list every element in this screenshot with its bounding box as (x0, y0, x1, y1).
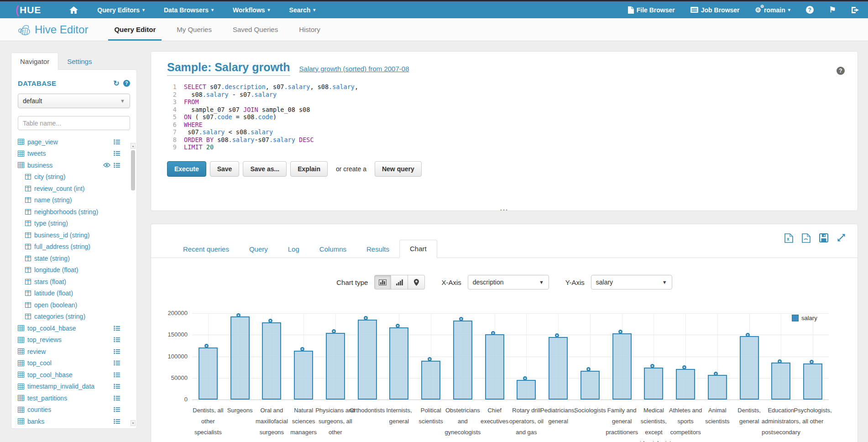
sign-out-button[interactable] (852, 7, 859, 13)
chart-bar[interactable] (771, 363, 790, 400)
column-row[interactable]: city (string) (18, 171, 130, 183)
chart-bar[interactable] (262, 322, 281, 400)
columns-list-icon[interactable] (114, 384, 120, 389)
y-axis-select[interactable]: salary ▼ (591, 275, 672, 289)
file-browser-link[interactable]: File Browser (628, 6, 675, 14)
columns-list-icon[interactable] (114, 326, 120, 331)
table-name[interactable]: top_cool_hbase (27, 371, 73, 379)
tab-my-queries[interactable]: My Queries (166, 18, 222, 41)
database-select[interactable]: default ▼ (18, 94, 130, 108)
columns-list-icon[interactable] (114, 139, 120, 145)
table-name[interactable]: review (27, 348, 46, 355)
chart-bar[interactable] (580, 371, 600, 400)
query-title[interactable]: Sample: Salary growth (167, 61, 290, 76)
column-name[interactable]: latitude (float) (34, 289, 73, 297)
table-row[interactable]: business (18, 159, 130, 171)
chart-bar[interactable] (517, 380, 536, 400)
table-name[interactable]: counties (27, 406, 51, 413)
table-row[interactable]: tweets (18, 148, 130, 160)
column-row[interactable]: neighborhoods (string) (18, 206, 130, 218)
execute-button[interactable]: Execute (167, 161, 206, 177)
column-row[interactable]: type (string) (18, 218, 130, 230)
columns-list-icon[interactable] (114, 360, 120, 366)
columns-list-icon[interactable] (114, 372, 120, 378)
chart-type-bars-button[interactable] (374, 275, 391, 289)
column-name[interactable]: city (string) (34, 173, 65, 180)
column-name[interactable]: business_id (string) (34, 232, 89, 239)
column-row[interactable]: business_id (string) (18, 229, 130, 241)
tab-saved-queries[interactable]: Saved Queries (222, 18, 288, 41)
columns-list-icon[interactable] (114, 407, 120, 412)
table-row[interactable]: test_partitions (18, 392, 130, 404)
feedback-button[interactable]: ⚑ (829, 5, 836, 15)
table-name[interactable]: banks (27, 418, 44, 425)
help-icon[interactable]: ? (837, 67, 845, 75)
chart-bar[interactable] (485, 334, 504, 400)
tab-columns[interactable]: Columns (309, 241, 356, 258)
column-row[interactable]: categories (string) (18, 311, 130, 323)
table-row[interactable]: timestamp_invalid_data (18, 381, 130, 393)
column-name[interactable]: type (string) (34, 220, 68, 227)
chart-bar[interactable] (644, 368, 663, 400)
eye-icon[interactable] (103, 163, 110, 168)
sql-code[interactable]: SELECT s07.description, s07.salary, s08.… (181, 83, 358, 151)
column-row[interactable]: review_count (int) (18, 183, 130, 195)
table-row[interactable]: review (18, 346, 130, 358)
help-button[interactable]: ? (806, 6, 814, 14)
table-name[interactable]: business (27, 162, 52, 169)
table-row[interactable]: banks (18, 416, 130, 427)
columns-list-icon[interactable] (114, 395, 120, 401)
save-button[interactable]: Save (210, 161, 240, 177)
menu-query-editors[interactable]: Query Editors ▾ (97, 6, 145, 14)
column-name[interactable]: name (string) (34, 196, 72, 204)
scroll-up-arrow[interactable]: ▲ (131, 143, 136, 149)
save-results-icon[interactable] (819, 233, 828, 243)
tab-chart[interactable]: Chart (399, 240, 437, 258)
tab-query-editor[interactable]: Query Editor (104, 18, 166, 41)
query-subtitle-link[interactable]: Salary growth (sorted) from 2007-08 (299, 65, 409, 73)
columns-list-icon[interactable] (114, 163, 120, 168)
tab-log[interactable]: Log (278, 241, 309, 258)
export-excel-icon[interactable]: x (784, 233, 793, 243)
sql-editor[interactable]: 123456789 SELECT s07.description, s07.sa… (167, 83, 842, 151)
x-axis-select[interactable]: description ▼ (468, 275, 549, 289)
column-row[interactable]: state (string) (18, 253, 130, 264)
user-menu[interactable]: ⚙⚙ romain ▾ (755, 6, 790, 14)
table-row[interactable]: top_reviews (18, 334, 130, 346)
tab-history[interactable]: History (288, 18, 331, 41)
job-browser-link[interactable]: Job Browser (690, 6, 740, 14)
help-icon[interactable]: ? (123, 80, 130, 87)
home-icon[interactable] (69, 6, 78, 14)
refresh-icon[interactable]: ↻ (113, 79, 120, 88)
tab-query[interactable]: Query (239, 241, 278, 258)
chart-bar[interactable] (676, 369, 695, 400)
column-row[interactable]: stars (float) (18, 276, 130, 288)
column-name[interactable]: neighborhoods (string) (34, 208, 98, 216)
resize-handle[interactable]: ... (500, 206, 509, 210)
table-name[interactable]: timestamp_invalid_data (27, 383, 94, 390)
table-row[interactable]: top_cool (18, 358, 130, 369)
scrollbar-thumb[interactable] (131, 150, 135, 190)
table-row[interactable]: page_view (18, 136, 130, 148)
chart-bar[interactable] (803, 363, 822, 400)
chart-bar[interactable] (549, 337, 568, 400)
column-name[interactable]: longitude (float) (34, 266, 78, 274)
chart-type-map-button[interactable] (408, 275, 425, 289)
columns-list-icon[interactable] (114, 419, 120, 424)
table-row[interactable]: top_cool4_hbase (18, 322, 130, 334)
hive-editor-home[interactable]: Hive Editor (17, 23, 88, 37)
columns-list-icon[interactable] (114, 151, 120, 156)
export-file-icon[interactable] (802, 233, 810, 243)
columns-list-icon[interactable] (114, 337, 120, 342)
chart-bar[interactable] (199, 347, 218, 400)
chart-bar[interactable] (326, 333, 345, 400)
column-row[interactable]: full_address (string) (18, 241, 130, 253)
chart-bar[interactable] (708, 375, 727, 400)
expand-results-icon[interactable] (837, 233, 846, 243)
chart-bar[interactable] (294, 351, 313, 400)
chart-bar[interactable] (358, 320, 377, 400)
column-name[interactable]: state (string) (34, 255, 70, 262)
column-name[interactable]: full_address (string) (34, 243, 90, 250)
table-row[interactable]: top_cool_hbase (18, 369, 130, 381)
column-name[interactable]: open (boolean) (34, 301, 77, 309)
